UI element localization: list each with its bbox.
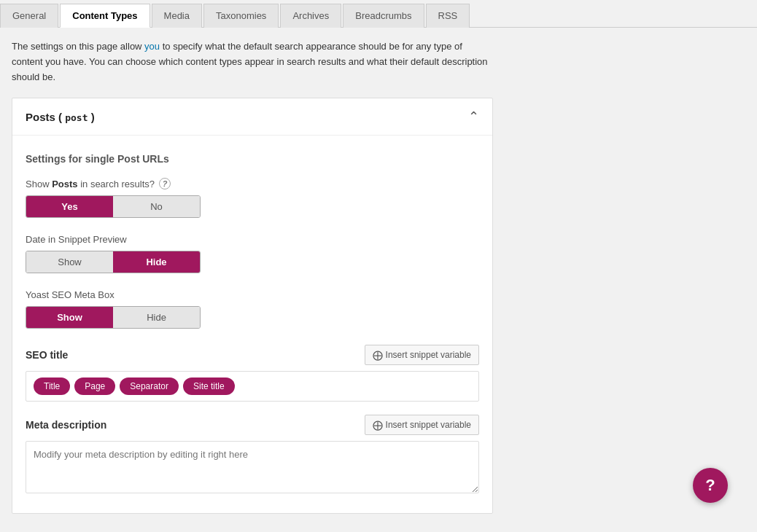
insert-snippet-button-title[interactable]: ⨁ Insert snippet variable [365, 345, 479, 365]
panel-body: Settings for single Post URLs Show Posts… [12, 136, 492, 513]
tag-page[interactable]: Page [74, 378, 115, 395]
show-in-results-toggle: Yes No [26, 195, 201, 218]
yoast-hide-button[interactable]: Hide [113, 307, 200, 328]
tag-site-title[interactable]: Site title [183, 378, 235, 395]
tab-media[interactable]: Media [152, 4, 202, 28]
insert-snippet-label: Insert snippet variable [386, 350, 471, 360]
panel-title: Posts ( post ) [26, 111, 95, 123]
yes-button[interactable]: Yes [26, 196, 113, 217]
plus-icon-title: ⨁ [373, 349, 383, 361]
date-show-button[interactable]: Show [26, 251, 113, 273]
help-icon-search[interactable]: ? [159, 178, 171, 189]
snippet-tags-container: Title Page Separator Site title [26, 371, 479, 402]
show-in-results-field: Show Posts in search results? ? Yes No [26, 178, 479, 218]
meta-description-label: Meta description [26, 419, 106, 431]
yoast-show-button[interactable]: Show [26, 307, 113, 328]
yoast-meta-toggle: Show Hide [26, 306, 201, 329]
meta-description-textarea[interactable] [26, 441, 479, 493]
insert-snippet-button-meta[interactable]: ⨁ Insert snippet variable [365, 415, 479, 435]
section-title: Settings for single Post URLs [26, 153, 479, 165]
tab-taxonomies[interactable]: Taxonomies [203, 4, 279, 28]
date-snippet-toggle: Show Hide [26, 251, 201, 273]
show-in-results-label: Show Posts in search results? ? [26, 178, 479, 189]
description-text: The settings on this page allow you to s… [12, 39, 493, 85]
date-snippet-label: Date in Snippet Preview [26, 234, 479, 245]
yoast-meta-field: Yoast SEO Meta Box Show Hide [26, 289, 479, 329]
tab-breadcrumbs[interactable]: Breadcrumbs [343, 4, 424, 28]
tag-separator[interactable]: Separator [120, 378, 179, 395]
insert-snippet-label-meta: Insert snippet variable [386, 420, 471, 430]
plus-icon-meta: ⨁ [373, 419, 383, 431]
date-hide-button[interactable]: Hide [113, 251, 200, 273]
seo-title-section: SEO title ⨁ Insert snippet variable Titl… [26, 345, 479, 402]
seo-title-label: SEO title [26, 349, 68, 361]
tab-archives[interactable]: Archives [280, 4, 341, 28]
panel-header: Posts ( post ) ⌃ [12, 98, 492, 136]
tab-rss[interactable]: RSS [426, 4, 470, 28]
no-button[interactable]: No [113, 196, 200, 217]
tabs-bar: General Content Types Media Taxonomies A… [0, 0, 757, 28]
chevron-up-icon[interactable]: ⌃ [468, 109, 479, 125]
panel-code-label: post [65, 112, 88, 123]
posts-panel: Posts ( post ) ⌃ Settings for single Pos… [12, 98, 493, 514]
floating-help-button[interactable]: ? [693, 468, 728, 503]
meta-description-header: Meta description ⨁ Insert snippet variab… [26, 415, 479, 435]
tab-content-types[interactable]: Content Types [60, 4, 150, 28]
description-link[interactable]: you [144, 41, 160, 52]
yoast-meta-label: Yoast SEO Meta Box [26, 289, 479, 300]
seo-title-header: SEO title ⨁ Insert snippet variable [26, 345, 479, 365]
date-snippet-field: Date in Snippet Preview Show Hide [26, 234, 479, 273]
page-content: The settings on this page allow you to s… [0, 28, 757, 525]
tag-title[interactable]: Title [34, 378, 70, 395]
meta-description-section: Meta description ⨁ Insert snippet variab… [26, 415, 479, 496]
tab-general[interactable]: General [0, 4, 58, 28]
